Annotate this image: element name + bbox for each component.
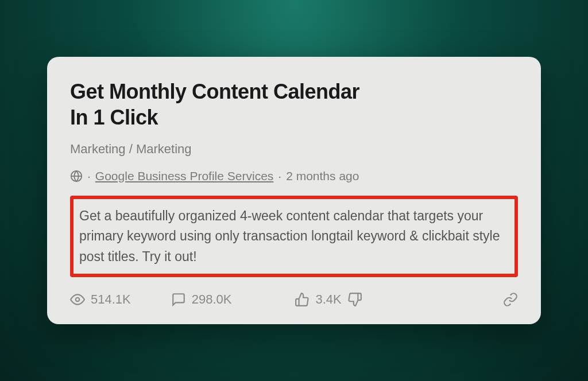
separator-dot: ·: [87, 169, 91, 183]
thumbs-down-icon: [347, 292, 362, 307]
svg-point-2: [76, 298, 80, 302]
eye-icon: [70, 292, 85, 307]
title-line-1: Get Monthly Content Calendar: [70, 80, 359, 103]
stats-row: 514.1K 298.0K 3.4K: [70, 292, 518, 307]
timestamp: 2 months ago: [286, 169, 359, 183]
category-breadcrumb[interactable]: Marketing / Marketing: [70, 142, 518, 157]
views-stat[interactable]: 514.1K: [70, 292, 131, 307]
content-card: Get Monthly Content Calendar In 1 Click …: [47, 57, 541, 325]
description-highlight-box: Get a beautifully organized 4-week conte…: [70, 196, 518, 278]
comments-stat[interactable]: 298.0K: [171, 292, 232, 307]
dislike-button[interactable]: [347, 292, 362, 307]
title-line-2: In 1 Click: [70, 106, 158, 129]
likes-count: 3.4K: [315, 292, 341, 307]
globe-icon: [70, 170, 83, 182]
likes-stat[interactable]: 3.4K: [295, 292, 341, 307]
separator-dot: ·: [278, 169, 281, 183]
card-description: Get a beautifully organized 4-week conte…: [79, 206, 509, 267]
author-link[interactable]: Google Business Profile Services: [95, 169, 273, 183]
meta-row: · Google Business Profile Services · 2 m…: [70, 169, 518, 183]
card-title: Get Monthly Content Calendar In 1 Click: [70, 79, 518, 130]
comment-icon: [171, 292, 186, 307]
share-button[interactable]: [503, 292, 518, 307]
comments-count: 298.0K: [192, 292, 232, 307]
views-count: 514.1K: [91, 292, 131, 307]
thumbs-up-icon: [295, 292, 310, 307]
link-icon: [503, 292, 518, 307]
